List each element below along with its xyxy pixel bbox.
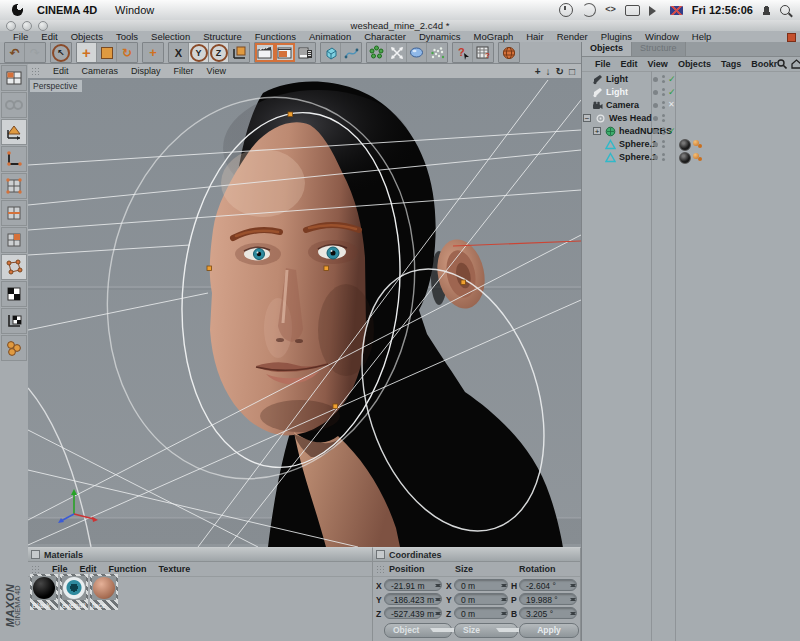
camera-mark-icon[interactable]: ✕ <box>668 100 675 109</box>
y-axis-toggle[interactable]: Y <box>189 43 209 62</box>
mac-window-menu[interactable]: Window <box>115 4 154 16</box>
array-object-button[interactable] <box>367 43 387 62</box>
rotation-b-field[interactable]: 3.205 ° <box>519 607 577 619</box>
coordinate-system-button[interactable] <box>229 43 249 62</box>
move-tool-button[interactable]: + <box>77 43 97 62</box>
enabled-check-icon[interactable]: ✓ <box>668 87 676 97</box>
viewport-maximize-icon[interactable]: □ <box>569 66 575 77</box>
size-y-field[interactable]: 0 m <box>454 593 508 605</box>
apple-menu-icon[interactable] <box>12 4 23 16</box>
scale-tool-button[interactable] <box>97 43 117 62</box>
menu-dynamics[interactable]: Dynamics <box>419 31 461 42</box>
materials-titlebar[interactable]: Materials <box>28 548 372 562</box>
xpresso-button[interactable]: ? <box>473 43 493 62</box>
menubar-clock[interactable]: Fri 12:56:06 <box>692 4 753 16</box>
visibility-toggles[interactable] <box>662 127 665 130</box>
expand-button[interactable] <box>387 43 407 62</box>
om-menu-objects[interactable]: Objects <box>678 59 711 69</box>
menu-structure[interactable]: Structure <box>203 31 242 42</box>
vp-menu-cameras[interactable]: Cameras <box>82 66 119 76</box>
stepper-icon[interactable] <box>570 595 576 603</box>
position-z-field[interactable]: -527.439 m <box>384 607 442 619</box>
script-menu-icon[interactable]: <> <box>605 4 616 16</box>
disabled-mode-button[interactable] <box>1 92 27 118</box>
visibility-toggles[interactable] <box>662 101 665 104</box>
om-menu-bookmarks[interactable]: Bookr <box>751 59 777 69</box>
metaball-button[interactable] <box>407 43 427 62</box>
layer-dot[interactable] <box>653 129 658 134</box>
viewport-zoom-icon[interactable]: ↓ <box>546 66 551 77</box>
stepper-icon[interactable] <box>435 581 441 589</box>
tab-objects[interactable]: Objects <box>582 42 632 56</box>
stepper-icon[interactable] <box>570 609 576 617</box>
fast-user-switch-icon[interactable] <box>762 6 771 15</box>
mac-app-menu[interactable]: CINEMA 4D <box>37 4 97 16</box>
help-button[interactable]: ? <box>453 43 473 62</box>
position-y-field[interactable]: -186.423 m <box>384 593 442 605</box>
texture-mode-button[interactable] <box>1 281 27 307</box>
add-primitive-button[interactable] <box>321 43 341 62</box>
layer-dot[interactable] <box>653 155 658 160</box>
lock-axis-button[interactable]: + <box>143 43 163 62</box>
visibility-toggles[interactable] <box>662 75 665 78</box>
menu-functions[interactable]: Functions <box>255 31 296 42</box>
material-face[interactable]: face <box>90 574 118 610</box>
points-selection-button[interactable] <box>1 254 27 280</box>
selection-tag-icon[interactable] <box>693 140 699 146</box>
stepper-icon[interactable] <box>501 581 507 589</box>
stepper-icon[interactable] <box>501 595 507 603</box>
sync-icon[interactable] <box>582 3 596 17</box>
collapse-expander[interactable]: − <box>583 114 591 122</box>
z-axis-toggle[interactable]: Z <box>209 43 229 62</box>
make-editable-button[interactable] <box>1 119 27 145</box>
coordinates-titlebar[interactable]: Coordinates <box>373 548 580 562</box>
layer-dot[interactable] <box>653 116 658 121</box>
menu-file[interactable]: File <box>13 31 28 42</box>
menu-character[interactable]: Character <box>364 31 406 42</box>
menu-edit[interactable]: Edit <box>41 31 57 42</box>
object-axis-mode-button[interactable] <box>1 335 27 361</box>
search-icon[interactable] <box>777 59 787 69</box>
texture-tag-icon[interactable] <box>679 152 691 164</box>
object-row-sphere1b[interactable]: Sphere.1 <box>582 151 800 164</box>
vp-menu-filter[interactable]: Filter <box>174 66 194 76</box>
rotate-tool-button[interactable]: ↻ <box>117 43 137 62</box>
viewport-label[interactable]: Perspective <box>30 80 82 92</box>
object-row-sphere1a[interactable]: Sphere.1 <box>582 138 800 151</box>
menu-help[interactable]: Help <box>692 31 712 42</box>
mat-menu-texture[interactable]: Texture <box>159 564 191 574</box>
panel-grip[interactable] <box>31 565 40 574</box>
position-x-field[interactable]: -21.91 m <box>384 579 442 591</box>
menu-hair[interactable]: Hair <box>526 31 543 42</box>
mat-menu-file[interactable]: File <box>52 564 68 574</box>
mat-menu-function[interactable]: Function <box>109 564 147 574</box>
layer-dot[interactable] <box>653 77 658 82</box>
rotation-h-field[interactable]: -2.604 ° <box>519 579 577 591</box>
volume-icon[interactable] <box>649 6 661 16</box>
texture-tag-icon[interactable] <box>679 139 691 151</box>
om-menu-edit[interactable]: Edit <box>621 59 638 69</box>
mat-menu-edit[interactable]: Edit <box>80 564 97 574</box>
size-z-field[interactable]: 0 m <box>454 607 508 619</box>
object-row-wes-head[interactable]: − Wes Head <box>582 112 800 125</box>
visibility-toggles[interactable] <box>662 153 665 156</box>
clock-icon[interactable] <box>559 3 573 17</box>
menu-selection[interactable]: Selection <box>151 31 190 42</box>
layer-dot[interactable] <box>653 90 658 95</box>
render-settings-button[interactable] <box>295 43 315 62</box>
vp-menu-display[interactable]: Display <box>131 66 161 76</box>
home-icon[interactable] <box>791 59 800 69</box>
online-updater-button[interactable] <box>499 43 519 62</box>
model-mode-button[interactable] <box>1 146 27 172</box>
particles-button[interactable] <box>427 43 447 62</box>
menu-tools[interactable]: Tools <box>116 31 138 42</box>
size-x-field[interactable]: 0 m <box>454 579 508 591</box>
enabled-check-icon[interactable]: ✓ <box>668 74 676 84</box>
polygons-mode-button[interactable] <box>1 227 27 253</box>
stepper-icon[interactable] <box>435 609 441 617</box>
texture-axis-mode-button[interactable] <box>1 308 27 334</box>
menu-render[interactable]: Render <box>557 31 588 42</box>
object-row-light2[interactable]: Light ✓ <box>582 86 800 99</box>
viewport-rotate-icon[interactable]: ↻ <box>556 66 564 77</box>
om-menu-tags[interactable]: Tags <box>721 59 741 69</box>
